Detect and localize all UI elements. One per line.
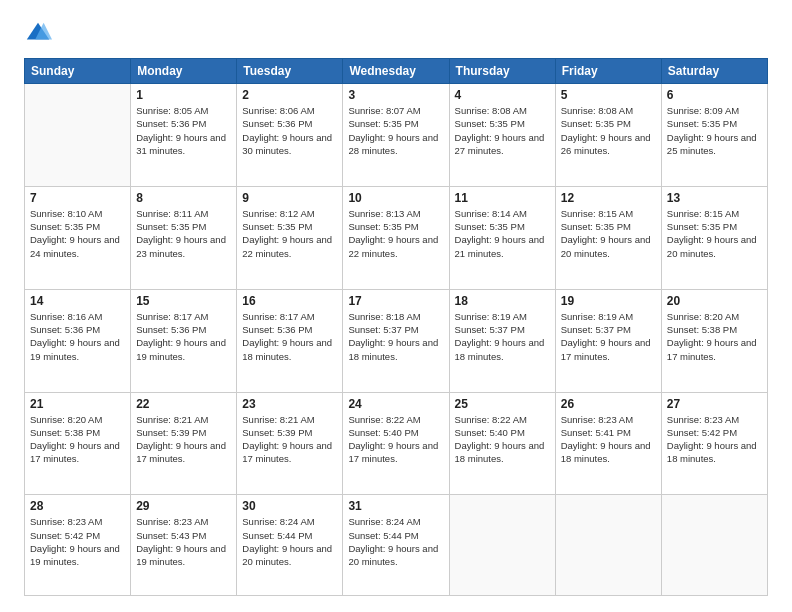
day-info: Sunrise: 8:06 AMSunset: 5:36 PMDaylight:… xyxy=(242,104,337,157)
day-info: Sunrise: 8:17 AMSunset: 5:36 PMDaylight:… xyxy=(242,310,337,363)
day-number: 7 xyxy=(30,191,125,205)
day-number: 18 xyxy=(455,294,550,308)
day-info: Sunrise: 8:12 AMSunset: 5:35 PMDaylight:… xyxy=(242,207,337,260)
calendar-cell: 30Sunrise: 8:24 AMSunset: 5:44 PMDayligh… xyxy=(237,495,343,596)
calendar-cell: 25Sunrise: 8:22 AMSunset: 5:40 PMDayligh… xyxy=(449,392,555,495)
day-number: 3 xyxy=(348,88,443,102)
calendar-week-row: 14Sunrise: 8:16 AMSunset: 5:36 PMDayligh… xyxy=(25,289,768,392)
day-info: Sunrise: 8:20 AMSunset: 5:38 PMDaylight:… xyxy=(667,310,762,363)
day-number: 4 xyxy=(455,88,550,102)
day-number: 23 xyxy=(242,397,337,411)
calendar-cell xyxy=(555,495,661,596)
day-of-week-header: Monday xyxy=(131,59,237,84)
calendar-cell xyxy=(25,84,131,187)
day-info: Sunrise: 8:19 AMSunset: 5:37 PMDaylight:… xyxy=(561,310,656,363)
day-of-week-header: Saturday xyxy=(661,59,767,84)
day-info: Sunrise: 8:05 AMSunset: 5:36 PMDaylight:… xyxy=(136,104,231,157)
day-number: 29 xyxy=(136,499,231,513)
day-info: Sunrise: 8:14 AMSunset: 5:35 PMDaylight:… xyxy=(455,207,550,260)
calendar-cell: 10Sunrise: 8:13 AMSunset: 5:35 PMDayligh… xyxy=(343,186,449,289)
day-number: 22 xyxy=(136,397,231,411)
day-info: Sunrise: 8:13 AMSunset: 5:35 PMDaylight:… xyxy=(348,207,443,260)
calendar-cell: 8Sunrise: 8:11 AMSunset: 5:35 PMDaylight… xyxy=(131,186,237,289)
day-number: 30 xyxy=(242,499,337,513)
calendar-cell: 4Sunrise: 8:08 AMSunset: 5:35 PMDaylight… xyxy=(449,84,555,187)
day-number: 21 xyxy=(30,397,125,411)
day-info: Sunrise: 8:24 AMSunset: 5:44 PMDaylight:… xyxy=(348,515,443,568)
day-info: Sunrise: 8:15 AMSunset: 5:35 PMDaylight:… xyxy=(667,207,762,260)
calendar-cell: 24Sunrise: 8:22 AMSunset: 5:40 PMDayligh… xyxy=(343,392,449,495)
day-number: 10 xyxy=(348,191,443,205)
day-number: 25 xyxy=(455,397,550,411)
calendar-cell: 2Sunrise: 8:06 AMSunset: 5:36 PMDaylight… xyxy=(237,84,343,187)
day-number: 20 xyxy=(667,294,762,308)
calendar-cell: 11Sunrise: 8:14 AMSunset: 5:35 PMDayligh… xyxy=(449,186,555,289)
day-info: Sunrise: 8:09 AMSunset: 5:35 PMDaylight:… xyxy=(667,104,762,157)
calendar-cell: 28Sunrise: 8:23 AMSunset: 5:42 PMDayligh… xyxy=(25,495,131,596)
calendar-week-row: 21Sunrise: 8:20 AMSunset: 5:38 PMDayligh… xyxy=(25,392,768,495)
day-info: Sunrise: 8:15 AMSunset: 5:35 PMDaylight:… xyxy=(561,207,656,260)
calendar-table: SundayMondayTuesdayWednesdayThursdayFrid… xyxy=(24,58,768,596)
calendar-cell: 22Sunrise: 8:21 AMSunset: 5:39 PMDayligh… xyxy=(131,392,237,495)
day-info: Sunrise: 8:21 AMSunset: 5:39 PMDaylight:… xyxy=(136,413,231,466)
day-number: 15 xyxy=(136,294,231,308)
day-info: Sunrise: 8:17 AMSunset: 5:36 PMDaylight:… xyxy=(136,310,231,363)
calendar-cell: 7Sunrise: 8:10 AMSunset: 5:35 PMDaylight… xyxy=(25,186,131,289)
calendar-cell: 21Sunrise: 8:20 AMSunset: 5:38 PMDayligh… xyxy=(25,392,131,495)
day-info: Sunrise: 8:24 AMSunset: 5:44 PMDaylight:… xyxy=(242,515,337,568)
day-info: Sunrise: 8:08 AMSunset: 5:35 PMDaylight:… xyxy=(561,104,656,157)
calendar-body: 1Sunrise: 8:05 AMSunset: 5:36 PMDaylight… xyxy=(25,84,768,596)
calendar-cell: 29Sunrise: 8:23 AMSunset: 5:43 PMDayligh… xyxy=(131,495,237,596)
day-info: Sunrise: 8:23 AMSunset: 5:43 PMDaylight:… xyxy=(136,515,231,568)
day-info: Sunrise: 8:23 AMSunset: 5:41 PMDaylight:… xyxy=(561,413,656,466)
calendar-cell: 23Sunrise: 8:21 AMSunset: 5:39 PMDayligh… xyxy=(237,392,343,495)
day-info: Sunrise: 8:16 AMSunset: 5:36 PMDaylight:… xyxy=(30,310,125,363)
calendar-week-row: 28Sunrise: 8:23 AMSunset: 5:42 PMDayligh… xyxy=(25,495,768,596)
day-number: 11 xyxy=(455,191,550,205)
calendar-cell: 1Sunrise: 8:05 AMSunset: 5:36 PMDaylight… xyxy=(131,84,237,187)
day-of-week-header: Sunday xyxy=(25,59,131,84)
calendar-cell: 14Sunrise: 8:16 AMSunset: 5:36 PMDayligh… xyxy=(25,289,131,392)
day-info: Sunrise: 8:23 AMSunset: 5:42 PMDaylight:… xyxy=(30,515,125,568)
calendar-cell xyxy=(449,495,555,596)
calendar-cell: 6Sunrise: 8:09 AMSunset: 5:35 PMDaylight… xyxy=(661,84,767,187)
page: SundayMondayTuesdayWednesdayThursdayFrid… xyxy=(0,0,792,612)
calendar-cell: 12Sunrise: 8:15 AMSunset: 5:35 PMDayligh… xyxy=(555,186,661,289)
day-number: 26 xyxy=(561,397,656,411)
day-number: 9 xyxy=(242,191,337,205)
day-number: 19 xyxy=(561,294,656,308)
day-number: 13 xyxy=(667,191,762,205)
day-number: 8 xyxy=(136,191,231,205)
day-number: 24 xyxy=(348,397,443,411)
day-info: Sunrise: 8:10 AMSunset: 5:35 PMDaylight:… xyxy=(30,207,125,260)
day-info: Sunrise: 8:19 AMSunset: 5:37 PMDaylight:… xyxy=(455,310,550,363)
day-number: 28 xyxy=(30,499,125,513)
day-number: 6 xyxy=(667,88,762,102)
day-info: Sunrise: 8:23 AMSunset: 5:42 PMDaylight:… xyxy=(667,413,762,466)
calendar-cell: 26Sunrise: 8:23 AMSunset: 5:41 PMDayligh… xyxy=(555,392,661,495)
calendar-cell: 27Sunrise: 8:23 AMSunset: 5:42 PMDayligh… xyxy=(661,392,767,495)
day-number: 14 xyxy=(30,294,125,308)
day-number: 2 xyxy=(242,88,337,102)
calendar-cell: 3Sunrise: 8:07 AMSunset: 5:35 PMDaylight… xyxy=(343,84,449,187)
day-info: Sunrise: 8:18 AMSunset: 5:37 PMDaylight:… xyxy=(348,310,443,363)
logo xyxy=(24,20,56,48)
day-of-week-header: Tuesday xyxy=(237,59,343,84)
day-info: Sunrise: 8:21 AMSunset: 5:39 PMDaylight:… xyxy=(242,413,337,466)
calendar-week-row: 7Sunrise: 8:10 AMSunset: 5:35 PMDaylight… xyxy=(25,186,768,289)
calendar-cell: 31Sunrise: 8:24 AMSunset: 5:44 PMDayligh… xyxy=(343,495,449,596)
calendar-cell: 9Sunrise: 8:12 AMSunset: 5:35 PMDaylight… xyxy=(237,186,343,289)
calendar-cell xyxy=(661,495,767,596)
calendar-cell: 19Sunrise: 8:19 AMSunset: 5:37 PMDayligh… xyxy=(555,289,661,392)
logo-icon xyxy=(24,20,52,48)
day-number: 5 xyxy=(561,88,656,102)
day-info: Sunrise: 8:08 AMSunset: 5:35 PMDaylight:… xyxy=(455,104,550,157)
day-info: Sunrise: 8:07 AMSunset: 5:35 PMDaylight:… xyxy=(348,104,443,157)
day-of-week-header: Thursday xyxy=(449,59,555,84)
day-info: Sunrise: 8:22 AMSunset: 5:40 PMDaylight:… xyxy=(455,413,550,466)
calendar-cell: 15Sunrise: 8:17 AMSunset: 5:36 PMDayligh… xyxy=(131,289,237,392)
days-of-week-row: SundayMondayTuesdayWednesdayThursdayFrid… xyxy=(25,59,768,84)
calendar-cell: 18Sunrise: 8:19 AMSunset: 5:37 PMDayligh… xyxy=(449,289,555,392)
day-number: 1 xyxy=(136,88,231,102)
calendar-week-row: 1Sunrise: 8:05 AMSunset: 5:36 PMDaylight… xyxy=(25,84,768,187)
